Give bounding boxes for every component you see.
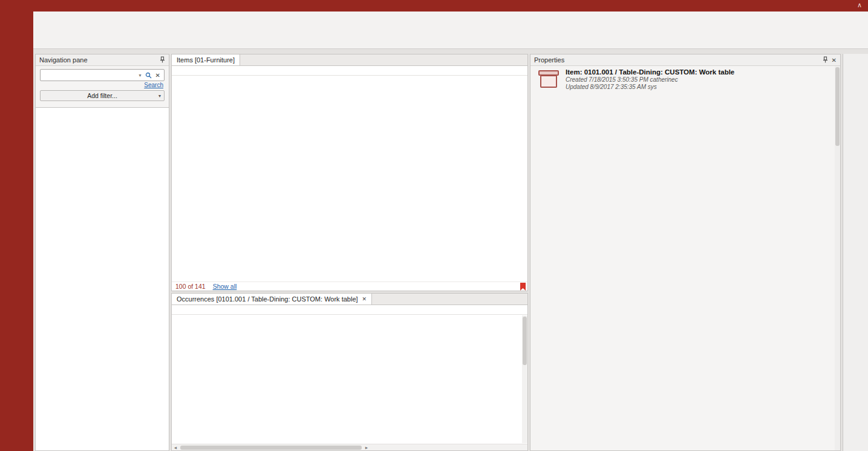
item-created: Created 7/18/2015 3:50:35 PM catherinec [566, 76, 734, 84]
items-count: 100 of 141 [175, 283, 206, 290]
search-clear-icon[interactable]: ✕ [154, 72, 162, 79]
navigation-pane-title: Navigation pane [36, 54, 169, 66]
right-tool-bar [843, 54, 868, 451]
ribbon [33, 12, 868, 49]
scroll-right-icon[interactable]: ► [363, 446, 370, 450]
search-link-row: Search [41, 82, 163, 88]
items-tabstrip: Items [01-Furniture] [172, 54, 527, 66]
item-header-text: Item: 0101.001 / Table-Dining: CUSTOM: W… [566, 68, 734, 91]
bookmark-icon[interactable] [520, 283, 526, 291]
content-area: Navigation pane ▾ ✕ Search [33, 12, 868, 451]
menubar: ∧ [0, 0, 868, 12]
occurrences-table-header [172, 305, 527, 315]
add-filter-button[interactable]: Add filter... ▾ [40, 90, 165, 101]
pin-icon[interactable] [823, 56, 828, 64]
search-input[interactable] [42, 71, 137, 79]
properties-title-label: Properties [534, 56, 564, 64]
center-panels: Items [01-Furniture] 100 of 141 Show all [171, 54, 528, 451]
app-window: ∧ Navigation pane ▾ [0, 0, 868, 451]
show-all-link[interactable]: Show all [213, 283, 237, 290]
scroll-thumb[interactable] [180, 446, 362, 450]
scroll-left-icon[interactable]: ◄ [172, 446, 179, 450]
items-footer: 100 of 141 Show all [172, 281, 527, 291]
search-box: ▾ ✕ [40, 69, 165, 81]
occurrences-tab[interactable]: Occurrences [0101.001 / Table-Dining: CU… [172, 294, 372, 305]
tab-close-icon[interactable]: ✕ [362, 296, 367, 302]
occurrences-tabstrip: Occurrences [0101.001 / Table-Dining: CU… [172, 294, 527, 305]
item-title: Item: 0101.001 / Table-Dining: CUSTOM: W… [566, 68, 734, 76]
navigation-pane-title-label: Navigation pane [39, 56, 88, 64]
search-icon[interactable] [143, 72, 154, 79]
close-icon[interactable]: ✕ [832, 57, 837, 64]
properties-title: Properties ✕ [530, 54, 840, 66]
search-link[interactable]: Search [144, 82, 163, 88]
pin-icon[interactable] [160, 56, 165, 64]
properties-panel: Properties ✕ Item: 0101.001 / Table-Dini… [530, 54, 841, 451]
items-table-body [172, 76, 527, 281]
item-group-tree [36, 108, 169, 450]
item-header: Item: 0101.001 / Table-Dining: CUSTOM: W… [538, 68, 827, 91]
occurrences-table-body [172, 315, 527, 444]
navigation-pane: Navigation pane ▾ ✕ Search [35, 54, 169, 451]
items-tab[interactable]: Items [01-Furniture] [172, 54, 240, 65]
items-panel: Items [01-Furniture] 100 of 141 Show all [171, 54, 528, 291]
occurrences-horizontal-scrollbar[interactable]: ◄ ► [172, 444, 527, 450]
items-tab-label: Items [01-Furniture] [177, 56, 235, 64]
properties-body: Item: 0101.001 / Table-Dining: CUSTOM: W… [530, 66, 840, 450]
main-area: Navigation pane ▾ ✕ Search [0, 12, 868, 451]
add-filter-label: Add filter... [87, 92, 117, 99]
occurrences-panel: Occurrences [0101.001 / Table-Dining: CU… [171, 293, 528, 451]
left-module-bar [0, 12, 33, 451]
item-box-icon [538, 70, 560, 88]
properties-scrollbar[interactable] [835, 66, 840, 450]
items-table-header [172, 66, 527, 76]
occurrences-vertical-scrollbar[interactable] [522, 315, 527, 443]
ribbon-collapse-icon[interactable]: ∧ [857, 1, 862, 9]
workspace: Navigation pane ▾ ✕ Search [33, 49, 868, 451]
add-filter-caret-icon: ▾ [158, 93, 161, 99]
search-dropdown-icon[interactable]: ▾ [137, 73, 143, 78]
item-updated: Updated 8/9/2017 2:35:35 AM sys [566, 84, 734, 91]
occurrences-tab-label: Occurrences [0101.001 / Table-Dining: CU… [177, 295, 358, 303]
